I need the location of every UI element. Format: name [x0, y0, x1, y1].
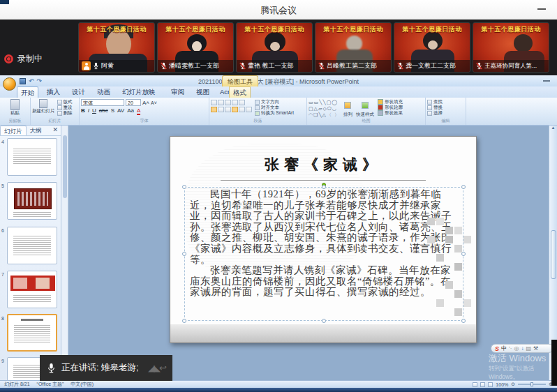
alignment-buttons[interactable]	[211, 107, 252, 113]
resize-handle[interactable]	[182, 252, 186, 256]
delete-button[interactable]: 删除	[57, 110, 73, 116]
mic-muted-icon	[397, 62, 403, 70]
tab-review[interactable]: 审阅	[168, 86, 188, 98]
resize-handle[interactable]	[322, 319, 326, 323]
underline-button[interactable]: U	[92, 107, 96, 115]
text-direction-button[interactable]: 文字方向	[255, 99, 294, 105]
minimize-icon[interactable]	[537, 8, 546, 10]
slide-thumbnail[interactable]	[7, 227, 57, 264]
resize-handle[interactable]	[461, 185, 466, 189]
arrange-button[interactable]: 排列	[343, 112, 352, 117]
change-case-button[interactable]: Aa	[127, 107, 134, 115]
tab-animations[interactable]: 动画	[94, 86, 114, 98]
redo-icon[interactable]: ↷	[37, 78, 43, 84]
participant-namebar: 龚一文教工二支部	[394, 60, 470, 72]
select-button[interactable]: 选择	[427, 110, 464, 116]
windows-taskbar[interactable]	[0, 388, 557, 392]
ime-chinese-mode-icon[interactable]: 中	[501, 345, 507, 352]
resize-handle[interactable]	[461, 252, 466, 256]
slide-sorter-icon[interactable]	[480, 382, 485, 387]
bold-button[interactable]: B	[81, 107, 85, 115]
participant-video[interactable]: 第十五个思廉日活动 潘晴雯教工一支部	[157, 22, 234, 73]
drawing-tools-context-tab[interactable]: 绘图工具	[222, 75, 258, 86]
new-slide-icon[interactable]	[39, 99, 47, 108]
ime-punctuation-icon[interactable]: ’·	[509, 345, 512, 352]
office-button[interactable]	[3, 77, 16, 91]
slide-thumbnail[interactable]	[7, 271, 57, 308]
ime-toolbar[interactable]: S 中 ’· ◎ ↓ ▤ ⚒	[491, 344, 554, 353]
tab-format[interactable]: 格式	[229, 86, 251, 98]
font-size-select[interactable]: 20	[126, 99, 141, 106]
tab-design[interactable]: 设计	[68, 86, 89, 98]
resize-handle[interactable]	[322, 185, 326, 189]
tab-slides-thumbnails[interactable]: 幻灯片	[0, 126, 27, 135]
zoom-slider[interactable]	[518, 384, 546, 385]
slide-title[interactable]: 张謇《家诫》	[170, 155, 476, 174]
ppt-statusbar: 幻灯片 8/21 “Office 主题” 中文(中国) 100% ⊖ ⊕	[0, 380, 557, 388]
normal-view-icon[interactable]	[473, 382, 477, 387]
title-divider	[221, 180, 426, 181]
font-family-select[interactable]: 宋体	[81, 99, 124, 106]
smartart-button[interactable]: 转换为 SmartArt	[255, 110, 294, 116]
char-spacing-button[interactable]: AV	[117, 107, 124, 115]
slide-thumbnail-selected[interactable]	[7, 314, 57, 352]
tab-slideshow[interactable]: 幻灯片放映	[119, 86, 159, 98]
find-button[interactable]: 查找	[427, 99, 464, 105]
tab-home[interactable]: 开始	[17, 86, 38, 98]
slide-thumbnail[interactable]	[7, 182, 57, 220]
close-panel-icon[interactable]: ✕	[50, 126, 61, 135]
ime-keyboard-icon[interactable]: ▤	[526, 345, 531, 352]
ime-emoji-icon[interactable]: ◎	[514, 345, 519, 352]
participant-video[interactable]: 第十五个思廉日活动 吕峰教工第二支部	[315, 22, 392, 73]
ppt-minimize-icon[interactable]	[543, 80, 550, 82]
save-icon[interactable]	[20, 78, 26, 84]
arrange-icon[interactable]	[344, 102, 351, 109]
sogou-logo-icon[interactable]: S	[495, 345, 499, 352]
slideshow-view-icon[interactable]	[488, 382, 493, 387]
video-strip: 录制中 第十五个思廉日活动 阿黄 第十五个思廉日活动 潘晴雯教工一支部 第十五个…	[0, 20, 557, 75]
reset-button[interactable]: 重设	[57, 105, 73, 110]
ime-toolbox-icon[interactable]: ⚒	[533, 345, 538, 352]
screen-edge-strip	[551, 340, 557, 386]
tab-insert[interactable]: 插入	[43, 86, 64, 98]
grow-font-icon[interactable]: A˄	[142, 100, 149, 106]
participant-video[interactable]: 第十五个思廉日活动 龚一文教工二支部	[394, 22, 470, 73]
tab-view[interactable]: 视图	[193, 86, 213, 98]
layout-button[interactable]: 版式	[57, 99, 73, 105]
shadow-button[interactable]: S	[111, 107, 114, 115]
strikethrough-button[interactable]: abc	[99, 107, 108, 115]
slides-group: 新建幻灯片 版式 重设 删除 幻灯片	[31, 98, 80, 125]
participant-name: 潘晴雯教工一支部	[169, 61, 219, 70]
zoom-out-icon[interactable]: ⊖	[511, 382, 515, 387]
scrollbar-thumb[interactable]	[551, 230, 556, 279]
align-text-button[interactable]: 对齐文本	[255, 105, 294, 110]
participant-video[interactable]: 第十五个思廉日活动 王嘉琦协同育人第...	[473, 22, 549, 73]
participant-video[interactable]: 第十五个思廉日活动 阿黄	[78, 22, 155, 73]
resize-handle[interactable]	[182, 185, 186, 189]
participant-video[interactable]: 第十五个思廉日活动 董艳 教工一支部	[236, 22, 313, 73]
resize-handle[interactable]	[182, 319, 186, 323]
slide-thumbnail[interactable]	[7, 138, 57, 176]
slide[interactable]: 张謇《家诫》 民国十年（1921年），69岁的张謇渐渐感到暮年临近，迫切希望唯一…	[170, 136, 477, 343]
shrink-font-icon[interactable]: A˅	[151, 100, 157, 105]
undo-icon[interactable]: ↶	[29, 78, 34, 84]
resize-handle[interactable]	[461, 319, 466, 323]
shape-outline-button[interactable]: 形状轮廓	[378, 105, 403, 110]
slide-textbox[interactable]: 民国十年（1921年），69岁的张謇渐渐感到暮年临近，迫切希望唯一的儿子张孝若能…	[184, 187, 463, 321]
quick-styles-button[interactable]: 快速样式	[356, 112, 374, 117]
replace-button[interactable]: 替换	[427, 105, 464, 110]
paste-icon[interactable]	[10, 99, 20, 110]
new-slide-button[interactable]: 新建幻灯片	[32, 108, 55, 114]
powerpoint-window: 20211004张謇与南通大 [兼容模式] - Microsoft PowerP…	[0, 75, 557, 388]
tab-outline[interactable]: 大纲	[27, 126, 45, 135]
shape-fill-button[interactable]: 形状填充	[378, 99, 403, 105]
shapes-gallery[interactable]: ▭▭╲╲▢◯▢△▱◇⬠◡◠❏╲△〈 〉	[309, 99, 340, 118]
font-color-button[interactable]: A	[137, 107, 140, 115]
italic-button[interactable]: I	[88, 107, 89, 115]
list-indent-buttons[interactable]	[211, 100, 252, 106]
quick-styles-icon[interactable]	[362, 102, 369, 109]
shape-effects-button[interactable]: 形状效果	[378, 110, 403, 116]
panel-scrollbar[interactable]	[61, 126, 68, 380]
ime-download-icon[interactable]: ↓	[521, 345, 523, 352]
paste-button[interactable]: 粘贴	[1, 110, 29, 116]
